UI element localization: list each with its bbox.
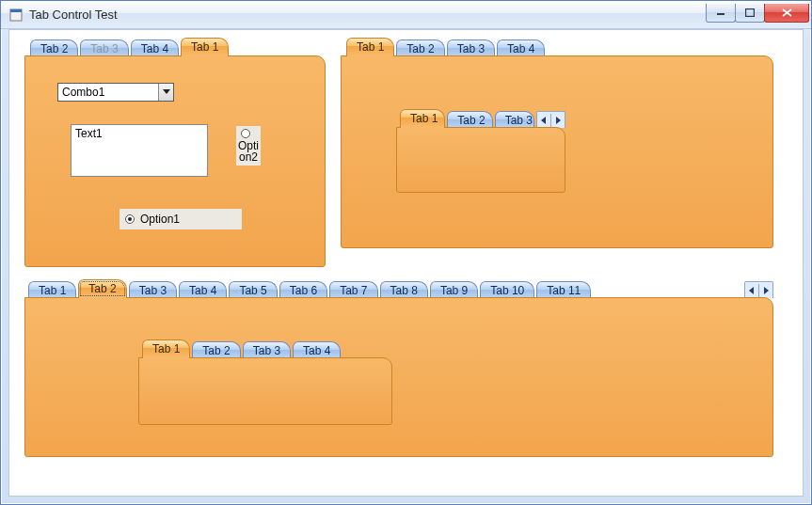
option1-radio[interactable]	[125, 214, 135, 224]
tab-body-top-left: Combo1 Text1 Option2 Option1	[24, 55, 326, 267]
minimize-button[interactable]	[706, 4, 736, 23]
svg-rect-1	[10, 9, 22, 12]
tab-bottom-8[interactable]: Tab 9	[430, 281, 478, 298]
tabstrip-bottom: Tab 1 Tab 2 Tab 3 Tab 4 Tab 5 Tab 6 Tab …	[24, 279, 773, 298]
tab-top-right-1[interactable]: Tab 2	[396, 39, 444, 56]
tab-top-right-2[interactable]: Tab 3	[447, 39, 495, 56]
tab-bi-0[interactable]: Tab 1	[142, 339, 190, 358]
tab-bottom-6[interactable]: Tab 7	[329, 281, 377, 298]
tab-top-left-3[interactable]: Tab 1	[181, 38, 229, 56]
text1-input[interactable]: Text1	[71, 124, 208, 177]
tab-bottom-2[interactable]: Tab 3	[129, 281, 177, 298]
tab-top-left-2[interactable]: Tab 4	[131, 39, 179, 56]
tab-control-top-left: Tab 2 Tab 3 Tab 4 Tab 1 Combo1 Text1 Opt…	[24, 38, 326, 267]
tab-control-bottom: Tab 1 Tab 2 Tab 3 Tab 4 Tab 5 Tab 6 Tab …	[24, 279, 773, 457]
tab-bi-3[interactable]: Tab 4	[293, 341, 341, 358]
tab-bi-1[interactable]: Tab 2	[192, 341, 240, 358]
tab-top-left-1[interactable]: Tab 3	[80, 39, 128, 56]
tabstrip-top-left: Tab 2 Tab 3 Tab 4 Tab 1	[24, 38, 326, 56]
tab-tri-2[interactable]: Tab 3	[495, 111, 534, 128]
tab-top-right-3[interactable]: Tab 4	[497, 39, 545, 56]
option2-group[interactable]: Option2	[236, 126, 261, 166]
tab-body-top-right-inner	[396, 127, 565, 193]
client-area: Tab 2 Tab 3 Tab 4 Tab 1 Combo1 Text1 Opt…	[8, 29, 804, 497]
option1-label: Option1	[140, 213, 180, 226]
option2-label: Option2	[238, 140, 259, 163]
titlebar: Tab Control Test	[1, 1, 811, 29]
tab-bottom-9[interactable]: Tab 10	[480, 281, 534, 298]
svg-rect-3	[746, 8, 755, 16]
tab-bottom-3[interactable]: Tab 4	[179, 281, 227, 298]
tab-body-bottom: Tab 1 Tab 2 Tab 3 Tab 4	[24, 297, 773, 457]
tabstrip-scroll-bottom	[744, 281, 773, 298]
window-title: Tab Control Test	[29, 8, 707, 22]
tab-bottom-5[interactable]: Tab 6	[279, 281, 327, 298]
tab-control-top-right-inner: Tab 1 Tab 2 Tab 3	[396, 109, 565, 193]
tabstrip-scroll-left[interactable]	[537, 113, 550, 128]
tabstrip-scroll-right[interactable]	[551, 113, 565, 128]
tab-body-bottom-inner	[138, 357, 392, 425]
close-button[interactable]	[764, 4, 809, 23]
tab-bottom-7[interactable]: Tab 8	[380, 281, 428, 298]
tab-tri-0[interactable]: Tab 1	[400, 109, 445, 128]
tab-top-right-0[interactable]: Tab 1	[346, 38, 394, 56]
tabstrip-top-right: Tab 1 Tab 2 Tab 3 Tab 4	[341, 38, 773, 56]
combo1-value: Combo1	[62, 86, 104, 99]
option2-radio[interactable]	[241, 129, 250, 138]
tabstrip-scroll-top-right-inner	[536, 111, 565, 128]
tab-body-top-right: Tab 1 Tab 2 Tab 3	[341, 55, 773, 248]
tabstrip-bottom-scroll-right[interactable]	[759, 283, 772, 298]
app-window: Tab Control Test Tab 2 Tab 3 Tab 4 Tab 1	[0, 0, 812, 505]
tab-bottom-1[interactable]: Tab 2	[78, 279, 126, 298]
tab-bottom-0[interactable]: Tab 1	[28, 281, 76, 298]
combo1-dropdown-button[interactable]	[158, 84, 173, 101]
tab-bottom-4[interactable]: Tab 5	[229, 281, 277, 298]
svg-rect-2	[717, 13, 724, 15]
tab-tri-1[interactable]: Tab 2	[447, 111, 492, 128]
combo1[interactable]: Combo1	[57, 83, 174, 102]
option1-group[interactable]: Option1	[119, 209, 242, 229]
tab-control-top-right: Tab 1 Tab 2 Tab 3 Tab 4 Tab 1 Tab 2 Tab …	[341, 38, 773, 248]
tab-bi-2[interactable]: Tab 3	[243, 341, 291, 358]
tabstrip-bottom-inner: Tab 1 Tab 2 Tab 3 Tab 4	[138, 339, 392, 358]
tabstrip-top-right-inner: Tab 1 Tab 2 Tab 3	[396, 109, 565, 128]
maximize-button[interactable]	[735, 4, 765, 23]
window-buttons	[707, 4, 809, 23]
tab-top-left-0[interactable]: Tab 2	[30, 39, 78, 56]
tabstrip-bottom-scroll-left[interactable]	[745, 283, 758, 298]
tab-bottom-10[interactable]: Tab 11	[536, 281, 591, 298]
app-icon	[8, 8, 24, 23]
tab-control-bottom-inner: Tab 1 Tab 2 Tab 3 Tab 4	[138, 339, 392, 425]
chevron-down-icon	[163, 89, 170, 95]
